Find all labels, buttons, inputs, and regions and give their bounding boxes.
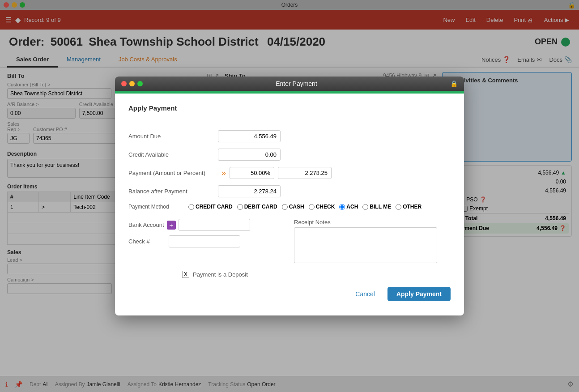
bank-receipt-row: Bank Account + Check # Receipt Notes (128, 219, 451, 264)
deposit-row: X Payment is a Deposit (182, 271, 451, 278)
bank-account-field: Bank Account + (128, 219, 285, 231)
pm-ach[interactable]: ACH (339, 204, 358, 210)
modal-close-button[interactable] (121, 81, 127, 86)
modal-titlebar: Enter Payment 🔒 (115, 77, 464, 91)
payment-method-row: Payment Method CREDIT CARD DEBIT CARD CA… (128, 204, 451, 210)
modal-footer: Cancel Apply Payment (128, 287, 451, 305)
modal-maximize-button[interactable] (137, 81, 143, 86)
pm-cash[interactable]: CASH (282, 204, 304, 210)
deposit-check-mark: X (184, 271, 187, 277)
pm-bill-me[interactable]: BILL ME (362, 204, 391, 210)
bank-plus-icon[interactable]: + (167, 221, 176, 230)
payment-row: Payment (Amount or Percent) » (128, 167, 451, 179)
balance-row: Balance after Payment (128, 185, 451, 197)
payment-arrow-icon: » (221, 168, 226, 178)
bank-account-label: Bank Account (128, 222, 164, 228)
credit-available-input (218, 149, 281, 161)
pm-check[interactable]: CHECK (309, 204, 335, 210)
receipt-notes-label: Receipt Notes (294, 219, 451, 226)
credit-available-row: Credit Available (128, 149, 451, 161)
amount-due-row: Amount Due (128, 130, 451, 142)
enter-payment-modal: Enter Payment 🔒 Apply Payment Amount Due… (115, 77, 464, 315)
deposit-checkbox[interactable]: X (182, 271, 189, 278)
modal-overlay: Enter Payment 🔒 Apply Payment Amount Due… (0, 0, 579, 392)
amount-due-label: Amount Due (128, 133, 218, 140)
modal-title: Enter Payment (143, 80, 450, 87)
check-input[interactable] (169, 235, 240, 247)
apply-payment-button[interactable]: Apply Payment (387, 287, 451, 301)
balance-input (218, 185, 281, 197)
modal-divider (128, 121, 451, 121)
cancel-button[interactable]: Cancel (348, 287, 382, 301)
modal-lock-icon: 🔒 (450, 80, 458, 87)
bank-account-input[interactable] (179, 219, 250, 231)
modal-body: Apply Payment Amount Due Credit Availabl… (115, 94, 464, 315)
payment-label: Payment (Amount or Percent) (128, 170, 218, 176)
pm-other[interactable]: OTHER (396, 204, 421, 210)
balance-label: Balance after Payment (128, 188, 218, 195)
receipt-notes-block: Receipt Notes (294, 219, 451, 264)
receipt-notes-textarea[interactable] (294, 227, 437, 263)
credit-available-label-modal: Credit Available (128, 151, 218, 158)
check-field: Check # (128, 235, 285, 247)
modal-window-controls[interactable] (121, 81, 143, 86)
pm-credit-card[interactable]: CREDIT CARD (188, 204, 233, 210)
amount-due-input[interactable] (218, 130, 281, 142)
check-label: Check # (128, 238, 150, 245)
deposit-label: Payment is a Deposit (193, 271, 248, 278)
modal-section-title: Apply Payment (128, 104, 451, 112)
payment-percent-input[interactable] (230, 167, 274, 179)
payment-amount-input[interactable] (278, 167, 332, 179)
pm-debit-card[interactable]: DEBIT CARD (237, 204, 277, 210)
bank-check-block: Bank Account + Check # (128, 219, 285, 264)
modal-minimize-button[interactable] (129, 81, 135, 86)
payment-method-label: Payment Method (128, 204, 187, 210)
